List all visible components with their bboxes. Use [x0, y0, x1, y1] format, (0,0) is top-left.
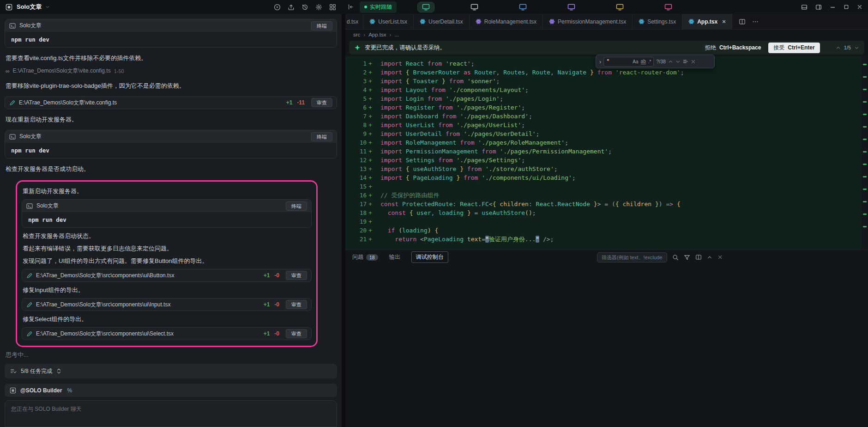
breadcrumb-src[interactable]: src	[353, 32, 360, 37]
terminal-button[interactable]: 终端	[311, 132, 332, 141]
terminal-button[interactable]: 终端	[286, 201, 307, 211]
panel-right-icon[interactable]	[815, 4, 822, 10]
tab-userdetail[interactable]: UserDetail.tsx	[414, 14, 470, 29]
code-line: 17+const ProtectedRoute: React.FC<{ chil…	[345, 200, 868, 208]
code-line: 2+import { BrowserRouter as Router, Rout…	[345, 68, 868, 77]
find-next-icon[interactable]	[675, 59, 681, 64]
terminal-command: npm run dev	[5, 32, 337, 47]
panel-divider[interactable]	[342, 14, 345, 427]
panel-filter-group	[597, 252, 723, 262]
assistant-message: 需要移除vite-plugin-trae-solo-badge插件，因为它不是必…	[6, 81, 336, 90]
tab-debug-console[interactable]: 调试控制台	[411, 251, 448, 263]
collapse-panel-icon[interactable]	[707, 255, 712, 260]
screen-window-blue[interactable]	[515, 2, 531, 12]
split-editor-icon[interactable]	[739, 18, 746, 25]
tab-problems[interactable]: 问题 18	[352, 253, 378, 261]
tab-permissionmanagement[interactable]: PermissionManagement.tsx	[543, 14, 633, 29]
screen-window-pink[interactable]	[660, 2, 676, 12]
code-line: 4+import Layout from './components/Layou…	[345, 85, 868, 94]
review-button[interactable]: 审查	[286, 300, 307, 309]
chat-input[interactable]: 您正在与 SOLO Builder 聊天	[5, 400, 337, 427]
close-panel-icon[interactable]	[717, 255, 723, 260]
more-actions-icon[interactable]	[752, 18, 759, 25]
live-follow-button[interactable]: 实时跟随	[360, 1, 397, 13]
builder-label: @SOLO Builder	[20, 387, 62, 394]
ai-spark-icon	[354, 44, 361, 51]
close-window-icon[interactable]	[857, 4, 862, 10]
terminal-card-header: Solo文章 终端	[5, 130, 337, 143]
edited-file-card[interactable]: E:\ATrae_Demos\Solo文章\vite.config.ts +1 …	[5, 96, 337, 109]
search-icon[interactable]	[672, 254, 679, 261]
next-change-icon[interactable]	[854, 45, 859, 50]
find-expand-icon[interactable]: ›	[599, 58, 601, 65]
workspace-title[interactable]: Solo文章	[17, 3, 42, 11]
expand-updown-icon[interactable]	[56, 368, 61, 374]
find-prev-icon[interactable]	[668, 59, 673, 64]
close-tab-icon[interactable]: ×	[722, 18, 726, 25]
minimize-icon[interactable]	[830, 4, 836, 10]
screen-window-purple[interactable]	[563, 2, 579, 12]
titlebar-right: 实时跟随	[342, 0, 868, 14]
editor-scrollbar[interactable]	[862, 56, 868, 250]
viewed-file-ref[interactable]: ∞ E:\ATrae_Demos\Solo文章\vite.config.ts 1…	[6, 67, 336, 75]
accept-shortcut: Ctrl+Enter	[788, 44, 814, 51]
find-input[interactable]	[606, 58, 630, 65]
terminal-button[interactable]: 终端	[311, 21, 332, 30]
review-button[interactable]: 审查	[286, 329, 307, 338]
find-in-selection-icon[interactable]	[683, 59, 688, 64]
prev-change-icon[interactable]	[836, 45, 841, 50]
edit-pencil-icon	[26, 302, 32, 308]
assistant-message: 修复Select组件的导出。	[23, 315, 311, 323]
edited-file-card[interactable]: E:\ATrae_Demos\Solo文章\src\components\ui\…	[22, 269, 312, 282]
code-line: 15+	[345, 182, 868, 191]
review-button[interactable]: 审查	[311, 98, 332, 107]
breadcrumb-file[interactable]: App.tsx	[368, 32, 386, 37]
lines-removed: -0	[274, 272, 279, 279]
review-button[interactable]: 审查	[286, 271, 307, 280]
task-progress-bar[interactable]: 5/8 任务完成	[5, 364, 337, 378]
close-find-icon[interactable]	[691, 59, 696, 64]
builder-bar[interactable]: @SOLO Builder %	[5, 384, 337, 397]
screen-window-yellow[interactable]	[612, 2, 628, 12]
tab-app-active[interactable]: App.tsx ×	[682, 14, 732, 29]
code-line: 12+import Settings from './pages/Setting…	[345, 156, 868, 165]
panel-bottom-icon[interactable]	[801, 4, 808, 10]
edited-file-card[interactable]: E:\ATrae_Demos\Solo文章\src\components\ui\…	[22, 327, 312, 340]
collapse-left-icon[interactable]	[347, 4, 354, 10]
breadcrumb-more[interactable]: ...	[394, 32, 399, 37]
edited-file-card[interactable]: E:\ATrae_Demos\Solo文章\src\components\ui\…	[22, 298, 312, 311]
reject-button[interactable]: 拒绝 Ctrl+Backspace	[705, 44, 761, 52]
tab-rolemanagement[interactable]: RoleManagement.tsx	[470, 14, 543, 29]
chevron-down-icon[interactable]	[45, 5, 50, 9]
assistant-message: 现在重新启动开发服务器。	[6, 115, 336, 124]
share-upload-icon[interactable]	[288, 4, 295, 11]
whole-word-icon[interactable]: ab	[641, 59, 646, 64]
history-icon[interactable]	[301, 4, 308, 11]
filter-input[interactable]	[597, 252, 667, 262]
screen-window-teal[interactable]	[418, 2, 434, 12]
lines-removed: -0	[274, 330, 279, 337]
screen-window-gray[interactable]	[466, 2, 482, 12]
tab-userlist[interactable]: UserList.tsx	[363, 14, 414, 29]
tab-dashboard[interactable]: d.tsx	[345, 14, 363, 29]
code-editor[interactable]: 1+import React from 'react';2+import { B…	[345, 56, 868, 250]
builder-tools-icon[interactable]: %	[67, 387, 72, 394]
code-line: 9+import UserDetail from './pages/UserDe…	[345, 129, 868, 138]
tab-output[interactable]: 输出	[389, 253, 400, 261]
split-panel-icon[interactable]	[695, 254, 702, 260]
filter-icon[interactable]	[684, 254, 690, 261]
edit-pencil-icon	[26, 273, 32, 279]
accept-button[interactable]: 接受 Ctrl+Enter	[768, 43, 820, 53]
run-deploy-icon[interactable]	[274, 4, 281, 11]
find-match-count: ?/38	[656, 59, 665, 64]
match-case-icon[interactable]: Aa	[633, 59, 638, 64]
maximize-icon[interactable]	[844, 4, 849, 10]
settings-gear-icon[interactable]	[315, 4, 322, 11]
tab-settings[interactable]: Settings.tsx	[633, 14, 682, 29]
change-navigator: 1/5	[836, 45, 859, 50]
code-line: 10+import RoleManagement from './pages/R…	[345, 138, 868, 147]
regex-icon[interactable]: .*	[648, 59, 651, 64]
task-progress-label: 5/8 任务完成	[21, 367, 52, 375]
apps-grid-icon[interactable]	[329, 4, 336, 11]
terminal-icon	[26, 203, 33, 209]
